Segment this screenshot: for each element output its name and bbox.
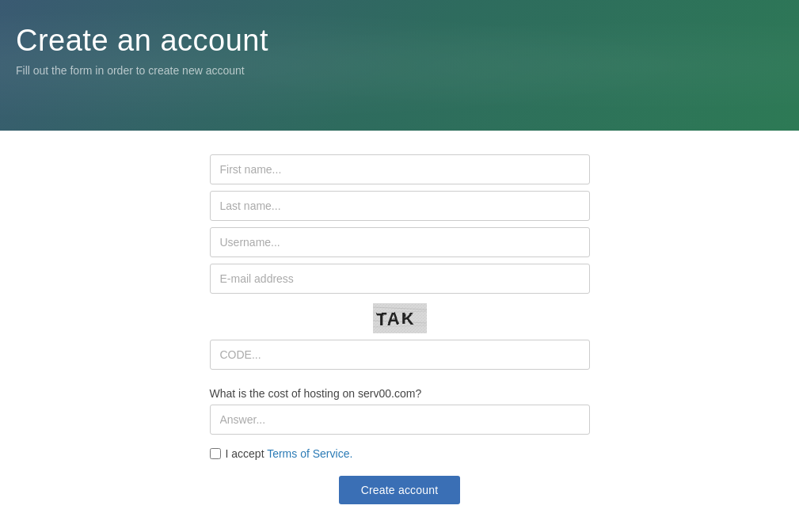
last-name-group xyxy=(210,191,590,221)
page-title: Create an account xyxy=(16,24,783,58)
captcha-image: TAK xyxy=(373,303,427,333)
create-account-button[interactable]: Create account xyxy=(339,476,461,504)
email-input[interactable] xyxy=(210,264,590,294)
username-group xyxy=(210,227,590,257)
registration-form: TAK What is the cost of hosting on serv0… xyxy=(210,154,590,504)
last-name-input[interactable] xyxy=(210,191,590,221)
main-content: TAK What is the cost of hosting on serv0… xyxy=(0,131,799,532)
terms-of-service-link[interactable]: Terms of Service. xyxy=(267,447,352,460)
first-name-group xyxy=(210,154,590,184)
code-input[interactable] xyxy=(210,340,590,370)
svg-text:TAK: TAK xyxy=(376,309,416,329)
page-subtitle: Fill out the form in order to create new… xyxy=(16,64,783,77)
page-header: Create an account Fill out the form in o… xyxy=(0,0,799,131)
captcha-container: TAK xyxy=(210,303,590,333)
terms-label: I accept Terms of Service. xyxy=(226,447,353,460)
code-group xyxy=(210,340,590,370)
first-name-input[interactable] xyxy=(210,154,590,184)
email-group xyxy=(210,264,590,294)
username-input[interactable] xyxy=(210,227,590,257)
answer-group xyxy=(210,405,590,435)
terms-checkbox[interactable] xyxy=(210,448,221,459)
submit-container: Create account xyxy=(210,476,590,504)
security-question-text: What is the cost of hosting on serv00.co… xyxy=(210,387,590,400)
terms-container: I accept Terms of Service. xyxy=(210,447,590,460)
answer-input[interactable] xyxy=(210,405,590,435)
